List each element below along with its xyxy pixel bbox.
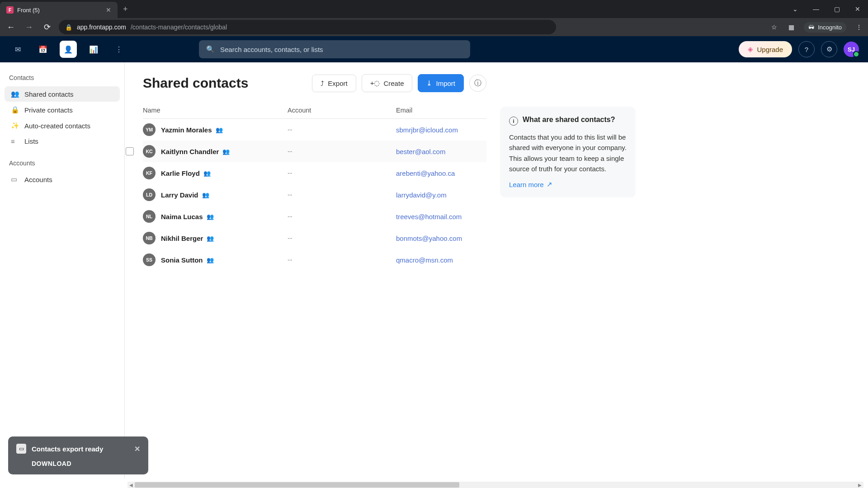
tab-close-icon[interactable]: ✕	[106, 6, 111, 14]
content: Shared contacts ⤴Export +◌Create ⤓Import…	[125, 62, 868, 479]
shared-icon: 👥	[207, 235, 214, 242]
contact-avatar: NB	[143, 232, 156, 244]
inbox-nav-icon[interactable]: ✉	[9, 41, 26, 58]
sidebar-item-accounts[interactable]: ▭Accounts	[5, 172, 120, 187]
col-header-name[interactable]: Name	[143, 107, 288, 114]
contact-email[interactable]: qmacro@msn.com	[396, 256, 486, 264]
contact-email[interactable]: bonmots@yahoo.com	[396, 235, 486, 242]
sidebar-item-label: Accounts	[24, 176, 52, 183]
maximize-icon[interactable]: ▢	[826, 0, 847, 18]
toast-close-button[interactable]: ✕	[134, 445, 140, 453]
contact-account: --	[288, 169, 396, 177]
contact-account: --	[288, 126, 396, 134]
shared-icon: 👥	[202, 192, 209, 198]
contact-icon: ▭	[16, 444, 26, 454]
table-row[interactable]: NLNaima Lucas 👥--treeves@hotmail.com	[143, 206, 486, 227]
sidebar-section-contacts: Contacts	[5, 71, 120, 86]
sidebar-item-label: Lists	[24, 137, 38, 145]
sidebar-item-private-contacts[interactable]: 🔒Private contacts	[5, 102, 120, 117]
sidebar-section-accounts: Accounts	[5, 157, 120, 171]
contact-email[interactable]: bester@aol.com	[396, 148, 486, 155]
calendar-nav-icon[interactable]: 📅	[34, 41, 52, 58]
scroll-thumb[interactable]	[135, 482, 459, 488]
reload-button[interactable]: ⟳	[41, 22, 53, 32]
table-row[interactable]: LDLarry David 👥--larrydavid@y.om	[143, 184, 486, 206]
sidebar-icon: 🔒	[11, 106, 19, 114]
contact-email[interactable]: treeves@hotmail.com	[396, 213, 486, 221]
bookmark-icon[interactable]: ☆	[769, 23, 778, 32]
table-row[interactable]: KFKarlie Floyd 👥--arebenti@yahoo.ca	[143, 162, 486, 184]
contact-account: --	[288, 212, 396, 221]
help-button[interactable]: ?	[798, 41, 815, 57]
tab-title: Front (5)	[17, 7, 40, 14]
search-input[interactable]: 🔍 Search accounts, contacts, or lists	[199, 40, 470, 58]
sidebar: Contacts 👥Shared contacts🔒Private contac…	[0, 62, 125, 479]
contact-name: Kaitlynn Chandler 👥	[161, 148, 230, 155]
sidebar-item-auto-created-contacts[interactable]: ✨Auto-created contacts	[5, 118, 120, 133]
sidebar-item-shared-contacts[interactable]: 👥Shared contacts	[5, 86, 120, 102]
browser-tab[interactable]: F Front (5) ✕	[0, 2, 118, 18]
user-avatar[interactable]: SJ	[844, 42, 859, 57]
table-row[interactable]: SSSonia Sutton 👥--qmacro@msn.com	[143, 249, 486, 271]
contact-account: --	[288, 234, 396, 242]
main-area: Contacts 👥Shared contacts🔒Private contac…	[0, 62, 868, 479]
minimize-icon[interactable]: —	[806, 0, 826, 18]
scroll-left-icon[interactable]: ◀	[127, 483, 135, 488]
sidebar-item-lists[interactable]: ≡Lists	[5, 134, 120, 149]
contact-email[interactable]: larrydavid@y.om	[396, 191, 486, 199]
import-button[interactable]: ⤓Import	[418, 74, 464, 92]
upgrade-button[interactable]: ◈ Upgrade	[739, 41, 792, 57]
contact-avatar: SS	[143, 253, 156, 266]
table-row[interactable]: KCKaitlynn Chandler 👥--bester@aol.com	[143, 141, 486, 162]
lock-icon: 🔒	[65, 24, 72, 31]
contacts-table: Name Account Email YMYazmin Morales 👥--s…	[143, 102, 486, 271]
forward-button[interactable]: →	[23, 23, 35, 32]
back-button[interactable]: ←	[5, 23, 17, 32]
export-button[interactable]: ⤴Export	[312, 75, 356, 92]
favicon-icon: F	[6, 6, 14, 14]
search-icon: 🔍	[206, 45, 215, 53]
window-controls: ⌄ — ▢ ✕	[785, 0, 868, 18]
info-icon: i	[509, 117, 518, 126]
info-panel-title: What are shared contacts?	[523, 116, 615, 124]
url-host: app.frontapp.com	[77, 23, 126, 31]
browser-chrome: F Front (5) ✕ + ⌄ — ▢ ✕ ← → ⟳ 🔒 app.fron…	[0, 0, 868, 36]
toast-title: Contacts export ready	[32, 445, 103, 453]
contact-name: Karlie Floyd 👥	[161, 169, 211, 177]
contact-account: --	[288, 191, 396, 199]
toast-download-button[interactable]: DOWNLOAD	[32, 460, 140, 467]
learn-more-link[interactable]: Learn more ↗	[509, 180, 627, 188]
export-icon: ⤴	[321, 80, 324, 87]
horizontal-scrollbar[interactable]: ◀ ▶	[127, 482, 863, 488]
url-field[interactable]: 🔒 app.frontapp.com/contacts-manager/cont…	[59, 20, 556, 34]
extensions-icon[interactable]: ▦	[787, 23, 796, 32]
sidebar-icon: ✨	[11, 122, 19, 130]
contact-email[interactable]: arebenti@yahoo.ca	[396, 169, 486, 177]
contact-avatar: NL	[143, 210, 156, 223]
contact-email[interactable]: sbmrjbr@icloud.com	[396, 126, 486, 134]
sidebar-item-label: Shared contacts	[24, 90, 73, 98]
contact-avatar: LD	[143, 188, 156, 201]
row-checkbox[interactable]	[126, 147, 134, 155]
table-row[interactable]: YMYazmin Morales 👥--sbmrjbr@icloud.com	[143, 119, 486, 141]
browser-menu-icon[interactable]: ⋮	[854, 23, 863, 32]
info-button[interactable]: ⓘ	[469, 75, 486, 92]
col-header-email[interactable]: Email	[396, 107, 486, 114]
search-placeholder: Search accounts, contacts, or lists	[220, 46, 323, 53]
scroll-right-icon[interactable]: ▶	[856, 483, 863, 488]
new-tab-button[interactable]: +	[118, 5, 133, 14]
contacts-nav-icon[interactable]: 👤	[60, 41, 77, 58]
chevron-down-icon[interactable]: ⌄	[785, 0, 806, 18]
shared-icon: 👥	[207, 257, 214, 263]
close-window-icon[interactable]: ✕	[847, 0, 868, 18]
shared-icon: 👥	[222, 148, 230, 155]
create-button[interactable]: +◌Create	[362, 74, 413, 92]
more-nav-icon[interactable]: ⋮	[110, 41, 127, 58]
col-header-account[interactable]: Account	[288, 107, 396, 114]
settings-button[interactable]: ⚙	[821, 41, 837, 57]
shared-icon: 👥	[216, 127, 223, 133]
incognito-badge[interactable]: 🕶 Incognito	[804, 22, 846, 33]
table-row[interactable]: NBNikhil Berger 👥--bonmots@yahoo.com	[143, 227, 486, 249]
contact-avatar: KF	[143, 167, 156, 179]
analytics-nav-icon[interactable]: 📊	[85, 41, 102, 58]
